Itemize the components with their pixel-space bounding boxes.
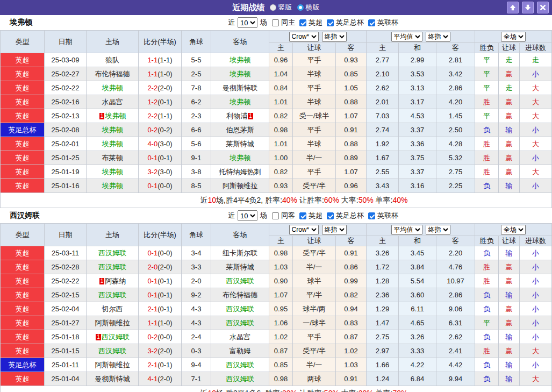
league-type-cell: 英超: [1, 344, 45, 358]
euro-away-odds: 1.45: [436, 109, 475, 123]
league-filter-checkbox[interactable]: [327, 19, 334, 26]
same-venue-checkbox[interactable]: [272, 212, 279, 219]
league-type-cell: 英超: [1, 330, 45, 344]
league-type-cell: 英超: [1, 109, 45, 123]
result-goals: 小: [520, 316, 552, 330]
result-group-header: 全场: [475, 224, 552, 236]
result-wdl: 胜: [475, 260, 499, 274]
result-goals: 大: [520, 372, 552, 386]
same-venue-checkbox[interactable]: [272, 19, 279, 26]
fulltime-score: 0-2: [147, 126, 157, 134]
handicap-line: 平手: [293, 53, 336, 67]
col-away: 客场: [211, 224, 269, 246]
fulltime-score: 0-2: [147, 333, 157, 341]
titlebar: 近期战绩 竖版 横版: [0, 0, 552, 15]
euro-home-odds: 2.55: [367, 165, 399, 179]
halftime-score: (2-0): [157, 375, 172, 383]
scope-select[interactable]: 全场: [501, 32, 526, 42]
handicap-away-odds: 0.82: [336, 288, 367, 302]
team-label: 埃弗顿: [102, 84, 123, 92]
result-goals: 小: [520, 302, 552, 316]
team-label: 曼彻斯特城: [95, 375, 130, 383]
score-cell: 0-1(0-0): [139, 246, 182, 260]
halftime-score: (0-0): [157, 333, 172, 341]
handicap-away-odds: 0.91: [336, 123, 367, 137]
date-cell: 25-01-25: [45, 151, 87, 165]
euro-away-odds: 2.86: [436, 288, 475, 302]
radio-vertical-icon[interactable]: [270, 4, 276, 11]
euro-draw-odds: 6.84: [399, 372, 436, 386]
handicap-away-odds: 0.88: [336, 95, 367, 109]
league-filter-checkbox[interactable]: [368, 212, 375, 219]
result-goals: 小: [520, 358, 552, 372]
date-cell: 25-01-15: [45, 344, 87, 358]
summary-line: 近10场,胜3平1负6, 胜率:30% 让胜率:50% 大率:20% 单率:70…: [1, 386, 552, 392]
fulltime-score: 0-1: [147, 291, 157, 299]
date-cell: 25-02-16: [45, 95, 87, 109]
result-handicap: 赢: [499, 344, 520, 358]
euro-final-select[interactable]: 终指: [426, 32, 450, 42]
radio-horizontal-icon[interactable]: [297, 4, 304, 11]
handicap-home-odds: 0.82: [269, 109, 293, 123]
fulltime-score: 4-1: [147, 375, 157, 383]
move-down-button[interactable]: [522, 2, 534, 13]
radio-horizontal[interactable]: 横版: [297, 3, 320, 12]
result-handicap: 输: [499, 372, 520, 386]
result-goals: 大: [520, 165, 552, 179]
league-filter-checkbox[interactable]: [299, 19, 306, 26]
radio-vertical[interactable]: 竖版: [270, 3, 292, 12]
handicap-home-odds: 0.98: [269, 372, 293, 386]
score-cell: 0-2(0-2): [139, 123, 182, 137]
euro-home-odds: 2.75: [367, 330, 399, 344]
euro-away-odds: 4.28: [436, 137, 475, 151]
league-filter-checkbox[interactable]: [327, 212, 334, 219]
away-team-cell: 水晶宫: [211, 330, 269, 344]
summary-segment: 40%: [282, 196, 297, 204]
euro-home-odds: 1.29: [367, 302, 399, 316]
date-cell: 25-01-16: [45, 179, 87, 193]
corners-cell: 0-3: [182, 344, 211, 358]
home-team-cell: 西汉姆联: [87, 260, 139, 274]
near-label: 近: [228, 211, 235, 220]
score-cell: 1-1(1-0): [139, 67, 182, 81]
summary-segment: 10: [208, 196, 217, 204]
home-team-cell: 1阿森纳: [87, 274, 139, 288]
euro-draw-odds: 3.37: [399, 165, 436, 179]
team-label: 埃弗顿: [230, 70, 250, 78]
team-label: 托特纳姆热刺: [219, 168, 261, 176]
corners-cell: 8-5: [182, 179, 211, 193]
handicap-line: 半/一: [293, 260, 336, 274]
euro-final-select[interactable]: 终指: [426, 225, 450, 235]
league-filter-checkbox[interactable]: [299, 212, 306, 219]
home-team-cell: 西汉姆联: [87, 288, 139, 302]
result-handicap: 赢: [499, 302, 520, 316]
move-up-button[interactable]: [507, 2, 519, 13]
near-label: 近: [228, 18, 235, 27]
match-row: 英超25-03-09狼队1-1(1-1)5-5埃弗顿0.96平手0.932.77…: [1, 53, 552, 67]
odds-source-select[interactable]: Crow*: [289, 225, 319, 235]
close-button[interactable]: [537, 2, 549, 13]
match-row: 英足总杯25-02-08埃弗顿0-2(0-2)6-6伯恩茅斯0.98平手0.91…: [1, 123, 552, 137]
summary-segment: 让胜率:: [297, 196, 324, 204]
handicap-line: 半球: [293, 137, 336, 151]
odds-source-select[interactable]: Crow*: [289, 32, 319, 42]
scope-select[interactable]: 全场: [501, 225, 526, 235]
match-count-select[interactable]: 10: [238, 210, 257, 221]
result-handicap: 输: [499, 330, 520, 344]
fulltime-score: 2-2: [147, 112, 157, 120]
euro-type-select[interactable]: 平均值: [391, 32, 422, 42]
result-goals: 走: [520, 53, 552, 67]
col-away: 客场: [211, 31, 269, 53]
date-cell: 25-02-15: [45, 288, 87, 302]
odds-final-select[interactable]: 终指: [322, 32, 347, 42]
odds-final-select[interactable]: 终指: [322, 225, 347, 235]
result-goals: 小: [520, 246, 552, 260]
league-filter-checkbox[interactable]: [368, 19, 375, 26]
filter-controls: 近10场同主英超英足总杯英联杯: [228, 15, 398, 30]
team-label: 布莱顿: [102, 154, 123, 162]
handicap-home-odds: 1.03: [269, 260, 293, 274]
match-count-select[interactable]: 10: [238, 17, 257, 28]
col-type: 类型: [1, 31, 45, 53]
euro-type-select[interactable]: 平均值: [391, 225, 422, 235]
handicap-home-odds: 1.07: [269, 288, 293, 302]
